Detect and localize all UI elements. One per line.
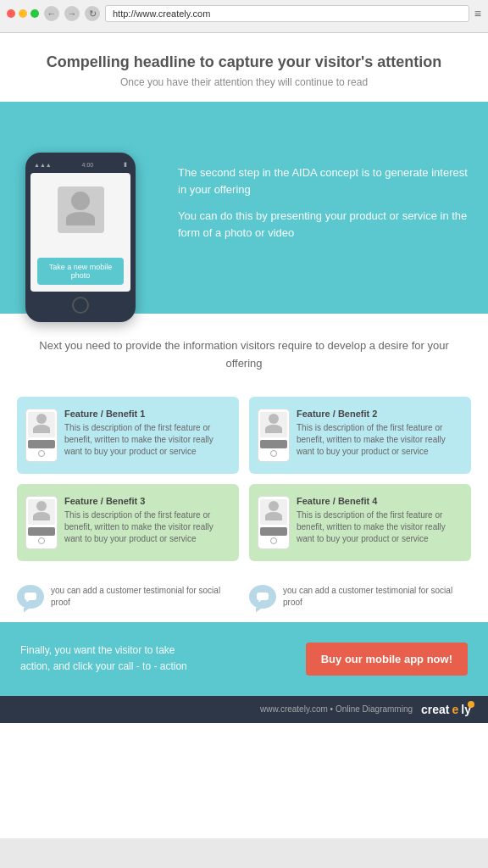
- phone-mockup: ▲▲▲ 4:00 ▮ Take a new mobile photo: [25, 153, 136, 322]
- feature-phone-keyboard-2: [260, 440, 287, 448]
- close-button-dot[interactable]: [7, 9, 15, 18]
- testimonial-2: you can add a customer testimonial for s…: [249, 585, 471, 609]
- speech-bubble-icon-2: [249, 585, 276, 609]
- feature-title-4: Feature / Benefit 4: [297, 496, 463, 506]
- blue-banner: ▲▲▲ 4:00 ▮ Take a new mobile photo: [0, 102, 488, 314]
- browser-nav: ← → ↻: [44, 6, 100, 21]
- feature-card-1: Feature / Benefit 1 This is description …: [17, 397, 239, 474]
- feature-phone-home-3: [38, 537, 45, 544]
- feature-phone-keyboard-1: [28, 440, 55, 448]
- banner-text: The second step in the AIDA concept is t…: [169, 102, 488, 314]
- cta-button[interactable]: Buy our mobile app now!: [306, 643, 468, 676]
- phone-time: 4:00: [82, 162, 94, 168]
- hero-section: Compelling headline to capture your visi…: [0, 33, 488, 102]
- feature-desc-1: This is description of the first feature…: [64, 422, 230, 458]
- feature-desc-2: This is description of the first feature…: [297, 422, 463, 458]
- page-content: Compelling headline to capture your visi…: [0, 33, 488, 838]
- feature-text-4: Feature / Benefit 4 This is description …: [297, 496, 463, 545]
- feature-card-3: Feature / Benefit 3 This is description …: [17, 484, 239, 561]
- cta-left-text: Finally, you want the visitor to take ac…: [20, 643, 190, 675]
- feature-card-4: Feature / Benefit 4 This is description …: [249, 484, 471, 561]
- feature-phone-home-2: [270, 450, 277, 457]
- feature-title-2: Feature / Benefit 2: [297, 409, 463, 419]
- feature-text-3: Feature / Benefit 3 This is description …: [64, 496, 230, 545]
- feature-phone-screen-4: [260, 499, 287, 525]
- hero-headline: Compelling headline to capture your visi…: [34, 53, 454, 71]
- phone-screen: Take a new mobile photo: [30, 173, 130, 292]
- feature-card-2: Feature / Benefit 2 This is description …: [249, 397, 471, 474]
- creately-logo-accent: e: [452, 703, 459, 716]
- footer-brand-text: www.creately.com • Online Diagramming: [260, 704, 413, 714]
- menu-icon[interactable]: ≡: [474, 7, 481, 20]
- cta-footer: Finally, you want the visitor to take ac…: [0, 622, 488, 696]
- svg-rect-0: [25, 593, 36, 600]
- feature-phone-4: [258, 496, 290, 549]
- features-grid: Feature / Benefit 1 This is description …: [0, 387, 488, 571]
- speech-bubble-icon-1: [17, 585, 44, 609]
- desire-text: Next you need to provide the information…: [34, 337, 454, 373]
- forward-button[interactable]: →: [64, 6, 80, 21]
- feature-phone-keyboard-3: [28, 527, 55, 536]
- window-controls: [7, 9, 39, 18]
- creately-logo: creat e ly: [421, 703, 474, 716]
- creately-logo-text: creat: [421, 703, 449, 716]
- testimonial-1: you can add a customer testimonial for s…: [17, 585, 239, 609]
- hero-subtext: Once you have their attention they will …: [34, 76, 454, 88]
- back-button[interactable]: ←: [44, 6, 59, 21]
- address-bar[interactable]: [105, 5, 469, 22]
- banner-text-2: You can do this by presenting your produ…: [178, 208, 471, 241]
- feature-desc-4: This is description of the first feature…: [297, 509, 463, 545]
- feature-phone-home-4: [270, 537, 277, 544]
- feature-desc-3: This is description of the first feature…: [64, 509, 230, 545]
- phone-battery-icon: ▮: [124, 161, 127, 168]
- phone-top-bar: ▲▲▲ 4:00 ▮: [30, 159, 130, 170]
- feature-text-2: Feature / Benefit 2 This is description …: [297, 409, 463, 458]
- svg-rect-2: [257, 593, 269, 600]
- refresh-button[interactable]: ↻: [85, 6, 100, 21]
- feature-phone-1: [25, 409, 58, 462]
- feature-phone-screen-1: [28, 412, 55, 437]
- phone-home-button[interactable]: [72, 297, 89, 314]
- phone-container: ▲▲▲ 4:00 ▮ Take a new mobile photo: [0, 102, 169, 314]
- feature-phone-home-1: [38, 450, 45, 457]
- svg-marker-3: [258, 600, 262, 602]
- testimonial-text-2: you can add a customer testimonial for s…: [283, 585, 471, 609]
- take-photo-button[interactable]: Take a new mobile photo: [37, 258, 124, 285]
- feature-phone-screen-3: [28, 499, 55, 525]
- feature-phone-2: [258, 409, 290, 462]
- desire-section: Next you need to provide the information…: [0, 314, 488, 387]
- banner-text-1: The second step in the AIDA concept is t…: [178, 164, 471, 198]
- maximize-button-dot[interactable]: [30, 9, 39, 18]
- feature-phone-3: [25, 496, 58, 549]
- feature-text-1: Feature / Benefit 1 This is description …: [64, 409, 230, 458]
- footer-bar: www.creately.com • Online Diagramming cr…: [0, 696, 488, 723]
- browser-chrome: ← → ↻ ≡: [0, 0, 488, 33]
- svg-marker-1: [25, 600, 30, 602]
- minimize-button-dot[interactable]: [19, 9, 27, 18]
- testimonials-section: you can add a customer testimonial for s…: [0, 571, 488, 622]
- feature-phone-keyboard-4: [260, 527, 287, 536]
- phone-signal-icon: ▲▲▲: [34, 162, 52, 168]
- phone-avatar-placeholder: [58, 186, 104, 233]
- feature-phone-screen-2: [260, 412, 287, 437]
- feature-title-1: Feature / Benefit 1: [64, 409, 230, 419]
- feature-title-3: Feature / Benefit 3: [64, 496, 230, 506]
- testimonial-text-1: you can add a customer testimonial for s…: [51, 585, 239, 609]
